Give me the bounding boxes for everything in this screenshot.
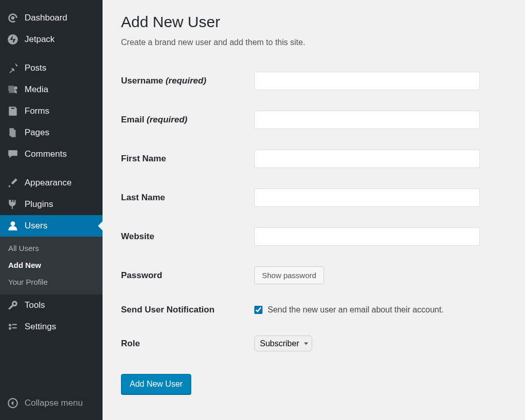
sidebar-item-posts[interactable]: Posts (0, 57, 103, 79)
sidebar-item-label: Dashboard (25, 13, 67, 23)
page-title: Add New User (121, 13, 501, 31)
sidebar-item-label: Tools (25, 300, 45, 310)
sidebar-item-label: Plugins (25, 199, 53, 209)
dashboard-icon (7, 12, 18, 24)
first-name-input[interactable] (254, 150, 480, 168)
nav-list-bottom: Tools Settings (0, 295, 103, 338)
collapse-icon (7, 397, 18, 409)
sidebar-item-forms[interactable]: Forms (0, 100, 103, 122)
sidebar-item-dashboard[interactable]: Dashboard (0, 7, 103, 29)
first-name-label: First Name (121, 139, 254, 178)
svg-point-2 (11, 221, 15, 226)
sidebar-item-jetpack[interactable]: Jetpack (0, 29, 103, 50)
svg-point-1 (14, 86, 17, 90)
username-input[interactable] (254, 72, 480, 90)
show-password-button[interactable]: Show password (254, 266, 324, 284)
nav-list: Dashboard Jetpack Posts Media Form (0, 7, 103, 237)
sidebar-item-users[interactable]: Users (0, 215, 103, 237)
email-input[interactable] (254, 111, 480, 129)
email-label: Email (required) (121, 100, 254, 139)
main-content: Add New User Create a brand new user and… (103, 0, 525, 420)
website-input[interactable] (254, 227, 480, 246)
user-form: Username (required) Email (required) Fir… (121, 61, 501, 362)
users-submenu: All Users Add New Your Profile (0, 237, 103, 295)
wrench-icon (7, 300, 18, 311)
brush-icon (7, 177, 18, 188)
settings-icon (7, 321, 18, 332)
sidebar-item-label: Settings (25, 322, 56, 332)
sidebar-item-label: Users (25, 221, 47, 231)
last-name-label: Last Name (121, 178, 254, 217)
nav-separator (0, 165, 103, 172)
page-description: Create a brand new user and add them to … (121, 38, 501, 47)
sidebar-item-comments[interactable]: Comments (0, 143, 103, 165)
sidebar-item-label: Media (25, 85, 48, 95)
sidebar-item-label: Comments (25, 149, 67, 159)
media-icon (7, 84, 18, 95)
sidebar-item-pages[interactable]: Pages (0, 122, 103, 143)
sidebar-item-label: Forms (25, 106, 49, 116)
sidebar-item-tools[interactable]: Tools (0, 295, 103, 316)
password-label: Password (121, 256, 254, 295)
notification-checkbox[interactable] (254, 306, 262, 314)
sidebar-item-label: Appearance (25, 178, 72, 188)
collapse-menu[interactable]: Collapse menu (0, 391, 103, 420)
sidebar-item-appearance[interactable]: Appearance (0, 172, 103, 194)
role-label: Role (121, 325, 254, 362)
comment-icon (7, 149, 18, 160)
plug-icon (7, 199, 18, 210)
forms-icon (7, 106, 18, 117)
pin-icon (7, 62, 18, 74)
sidebar-item-label: Posts (25, 63, 47, 73)
collapse-label: Collapse menu (25, 398, 83, 408)
notification-checkbox-label: Send the new user an email about their a… (268, 305, 443, 314)
username-label: Username (required) (121, 61, 254, 100)
pages-icon (7, 127, 18, 138)
sidebar: Dashboard Jetpack Posts Media Form (0, 0, 103, 420)
jetpack-icon (7, 34, 18, 45)
notification-checkbox-row[interactable]: Send the new user an email about their a… (254, 305, 496, 314)
user-icon (7, 220, 18, 232)
submenu-item-all-users[interactable]: All Users (0, 240, 103, 257)
role-select[interactable]: Subscriber (254, 335, 312, 351)
submenu-item-add-new[interactable]: Add New (0, 257, 103, 274)
sidebar-item-label: Jetpack (25, 34, 55, 45)
add-new-user-button[interactable]: Add New User (121, 374, 191, 394)
sidebar-item-label: Pages (25, 128, 49, 138)
nav-separator (0, 50, 103, 57)
last-name-input[interactable] (254, 188, 480, 207)
role-select-wrap: Subscriber (254, 335, 312, 351)
sidebar-item-settings[interactable]: Settings (0, 316, 103, 338)
notification-label: Send User Notification (121, 295, 254, 325)
website-label: Website (121, 217, 254, 256)
submenu-item-your-profile[interactable]: Your Profile (0, 274, 103, 290)
sidebar-item-media[interactable]: Media (0, 79, 103, 100)
svg-point-0 (8, 34, 18, 45)
sidebar-item-plugins[interactable]: Plugins (0, 194, 103, 215)
